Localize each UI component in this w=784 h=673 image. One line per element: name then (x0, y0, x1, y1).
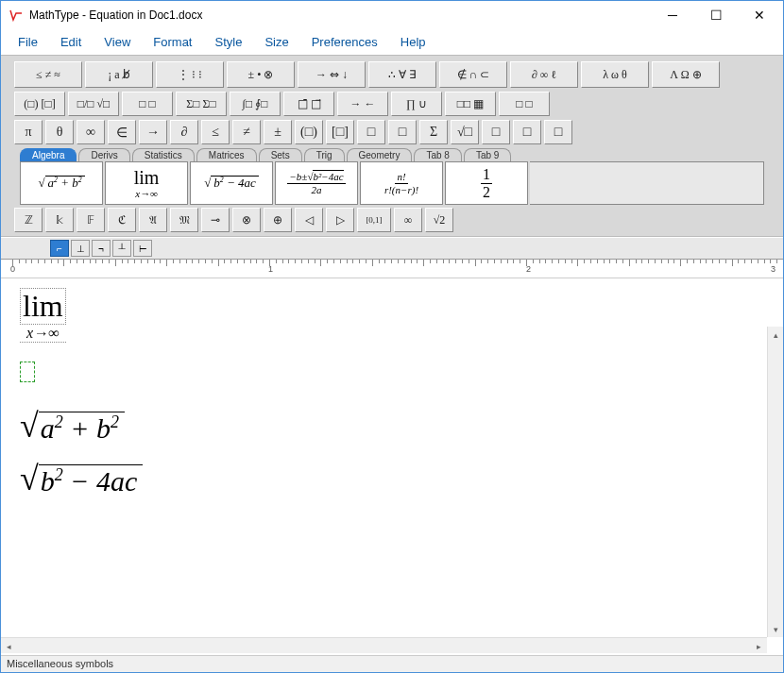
menu-format[interactable]: Format (142, 31, 203, 53)
palette-misc[interactable]: ∂ ∞ ℓ (510, 61, 578, 88)
tabstop-left[interactable]: ⌐ (50, 240, 69, 257)
sym-k[interactable]: 𝕜 (45, 208, 74, 232)
sym-neq[interactable]: ≠ (232, 120, 261, 144)
sym-slot2[interactable]: □ (388, 120, 417, 144)
tab-matrices[interactable]: Matrices (196, 148, 257, 161)
tabstop-decimal[interactable]: ┴ (112, 240, 131, 257)
proto-discriminant[interactable]: √b2 − 4ac (190, 161, 273, 205)
menu-style[interactable]: Style (203, 31, 253, 53)
palette-overbar[interactable]: □̄ □⃗ (283, 92, 334, 116)
equation-editor-canvas[interactable]: lim x→∞ √ a2 + b2 √ b2 − 4ac (1, 278, 783, 637)
menu-size[interactable]: Size (253, 31, 299, 53)
proto-limit[interactable]: limx→∞ (105, 161, 188, 205)
proto-quadratic[interactable]: −b±√b²−4ac2a (275, 161, 358, 205)
tabstop-center[interactable]: ⊥ (71, 240, 90, 257)
sym-tri-right[interactable]: ▷ (326, 208, 354, 232)
proto-half[interactable]: 12 (445, 161, 528, 205)
equation-limit[interactable]: lim x→∞ (20, 288, 66, 343)
scroll-left-icon[interactable]: ◂ (1, 638, 17, 654)
sym-tri-left[interactable]: ◁ (295, 208, 323, 232)
tabstop-right[interactable]: ¬ (92, 240, 111, 257)
small-toolbar-row: π θ ∞ ∈ → ∂ ≤ ≠ ± (□) [□] □ □ Σ √□ □ □ □ (1, 118, 783, 146)
palette-arrows[interactable]: → ⇔ ↓ (298, 61, 366, 88)
palette-boxes[interactable]: □ □ (499, 92, 550, 116)
tab-derivs[interactable]: Derivs (78, 148, 129, 161)
palette-subscript[interactable]: □ □ (122, 92, 173, 116)
palette-matrices[interactable]: □□ ▦ (445, 92, 496, 116)
tab-8[interactable]: Tab 8 (414, 148, 461, 161)
sym-slot5[interactable]: □ (544, 120, 572, 144)
sym-slot4[interactable]: □ (513, 120, 541, 144)
palette-greek-lower[interactable]: λ ω θ (581, 61, 649, 88)
sym-sqrt2[interactable]: √2 (425, 208, 453, 232)
status-bar: Miscellaneous symbols (1, 655, 783, 672)
menu-edit[interactable]: Edit (49, 31, 93, 53)
sym-oplus[interactable]: ⊕ (264, 208, 292, 232)
sym-lollipop[interactable]: ⊸ (201, 208, 230, 232)
scroll-down-icon[interactable]: ▾ (768, 621, 784, 637)
sym-paren[interactable]: (□) (295, 120, 323, 144)
limit-bottom: x→∞ (20, 325, 66, 343)
menu-preferences[interactable]: Preferences (300, 31, 389, 53)
sym-sigma[interactable]: Σ (419, 120, 448, 144)
tabstop-bar2[interactable]: ⊢ (133, 240, 152, 257)
tab-algebra[interactable]: Algebra (20, 148, 77, 161)
sym-infinity[interactable]: ∞ (77, 120, 105, 144)
ruler[interactable]: 0 1 2 3 (1, 260, 783, 278)
sym-sqrt[interactable]: √□ (451, 120, 479, 144)
palette-spaces[interactable]: ¡ a b̸ (85, 61, 153, 88)
sym-pm[interactable]: ± (264, 120, 292, 144)
palette-products[interactable]: ∏ ∪ (391, 92, 442, 116)
tab-sets[interactable]: Sets (259, 148, 302, 161)
menu-view[interactable]: View (93, 31, 142, 53)
palette-relations[interactable]: ≤ ≠ ≈ (14, 61, 82, 88)
palette-logic[interactable]: ∴ ∀ ∃ (368, 61, 436, 88)
sym-m-frak[interactable]: 𝔐 (170, 208, 198, 232)
palette-fractions[interactable]: □/□ √□ (68, 92, 119, 116)
palette-sums[interactable]: Σ□ Σ□ (176, 92, 227, 116)
minimize-button[interactable]: ─ (651, 1, 694, 29)
scroll-right-icon[interactable]: ▸ (751, 638, 767, 654)
proto-pythag[interactable]: √a2 + b2 (20, 161, 103, 205)
tab-9[interactable]: Tab 9 (464, 148, 511, 161)
equation-sqrt-2[interactable]: √ b2 − 4ac (20, 462, 764, 497)
tab-statistics[interactable]: Statistics (132, 148, 195, 161)
tab-geometry[interactable]: Geometry (347, 148, 413, 161)
palette-operators[interactable]: ± • ⊗ (227, 61, 295, 88)
sym-a-frak[interactable]: 𝔄 (139, 208, 167, 232)
equation-sqrt-1[interactable]: √ a2 + b2 (20, 409, 764, 445)
close-button[interactable]: ✕ (738, 1, 781, 29)
sym-arrow[interactable]: → (139, 120, 167, 144)
horizontal-scrollbar[interactable]: ◂ ▸ (1, 637, 767, 653)
sym-partial[interactable]: ∂ (170, 120, 198, 144)
radical-icon: √ (20, 462, 39, 496)
palette-greek-upper[interactable]: Λ Ω ⊕ (652, 61, 720, 88)
tab-trig[interactable]: Trig (304, 148, 345, 161)
sym-f[interactable]: 𝔽 (77, 208, 105, 232)
sym-leq[interactable]: ≤ (201, 120, 230, 144)
sym-z[interactable]: ℤ (14, 208, 43, 232)
empty-slot[interactable] (20, 362, 35, 382)
menu-file[interactable]: File (7, 31, 49, 53)
sym-interval[interactable]: [0,1] (357, 208, 391, 232)
menu-help[interactable]: Help (389, 31, 437, 53)
maximize-button[interactable]: ☐ (694, 1, 738, 29)
sym-c[interactable]: ℭ (108, 208, 136, 232)
sym-theta[interactable]: θ (45, 120, 74, 144)
sym-bracket[interactable]: [□] (326, 120, 354, 144)
scroll-up-icon[interactable]: ▴ (768, 327, 784, 343)
vertical-scrollbar[interactable]: ▴ ▾ (767, 327, 783, 637)
prototype-tabs: Algebra Derivs Statistics Matrices Sets … (1, 146, 783, 161)
sym-element[interactable]: ∈ (108, 120, 136, 144)
sym-otimes[interactable]: ⊗ (232, 208, 261, 232)
sym-slot1[interactable]: □ (357, 120, 385, 144)
sym-pi[interactable]: π (14, 120, 43, 144)
palette-integrals[interactable]: ∫□ ∮□ (230, 92, 281, 116)
sym-infty2[interactable]: ∞ (394, 208, 422, 232)
palette-labeled-arrows[interactable]: → ← (337, 92, 388, 116)
proto-combination[interactable]: n!r!(n−r)! (360, 161, 443, 205)
palette-fences[interactable]: (□) [□] (14, 92, 65, 116)
sym-slot3[interactable]: □ (482, 120, 510, 144)
palette-set-theory[interactable]: ∉ ∩ ⊂ (439, 61, 507, 88)
palette-embellish[interactable]: ⋮ ⁝ ⁝ (156, 61, 224, 88)
